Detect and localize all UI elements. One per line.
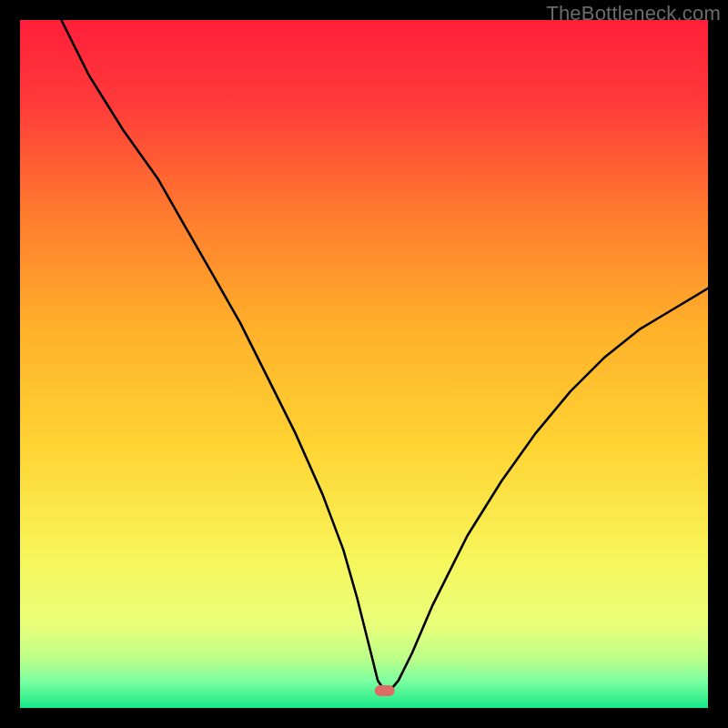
svg-rect-2 [20, 20, 708, 708]
chart-canvas [0, 0, 728, 728]
optimal-point-marker [375, 685, 395, 696]
bottleneck-chart: TheBottleneck.com [0, 0, 728, 728]
watermark-text: TheBottleneck.com [546, 2, 721, 25]
